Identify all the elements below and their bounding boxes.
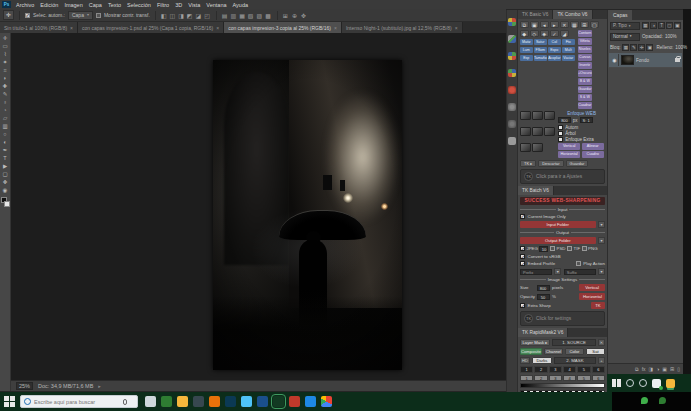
- embed-profile-checkbox[interactable]: [520, 261, 525, 266]
- current-image-only-checkbox[interactable]: [520, 214, 525, 219]
- tab-capas[interactable]: Capas: [608, 10, 632, 20]
- layer-visibility-eye-icon[interactable]: ◉: [611, 54, 619, 66]
- dock-panel-icon[interactable]: [508, 69, 516, 77]
- tk-file-icon[interactable]: ✕: [560, 21, 569, 28]
- tab-close-icon[interactable]: ×: [334, 25, 337, 31]
- web-orientation-button[interactable]: Alinear: [582, 143, 604, 150]
- tk-paint-icon[interactable]: ✓: [550, 30, 559, 37]
- tk-adjust-button[interactable]: Contorn: [578, 30, 592, 37]
- mask-preset-dark[interactable]: 3: [549, 366, 562, 373]
- tool-icon[interactable]: ▶: [3, 163, 7, 170]
- menu-item[interactable]: Ventana: [206, 2, 226, 8]
- tk-file-icon[interactable]: ⧉: [520, 21, 529, 28]
- extra-sharp-checkbox[interactable]: [520, 303, 525, 308]
- document-tab[interactable]: con capas impresion-1.psd al 25% (Capa 1…: [78, 22, 224, 33]
- mask-preset-dark[interactable]: 4: [563, 366, 576, 373]
- web-orientation-button[interactable]: Vertical: [558, 143, 580, 150]
- layer-filter-icon[interactable]: ▣: [674, 22, 681, 29]
- tool-icon[interactable]: ⌗: [3, 67, 6, 74]
- source-button[interactable]: Sat: [586, 348, 605, 355]
- mask-preset-light[interactable]: 1: [520, 375, 533, 382]
- source-button[interactable]: Composite: [520, 348, 542, 355]
- tk-action-button[interactable]: Fto: [562, 39, 575, 46]
- dock-panel-icon[interactable]: [508, 35, 516, 43]
- lock-option-icon[interactable]: ▦: [622, 44, 629, 51]
- tray-icon[interactable]: [626, 379, 634, 387]
- tk-thumbnail[interactable]: [532, 111, 543, 120]
- distribute-icon[interactable]: ▥: [231, 12, 238, 19]
- tk-footer-button[interactable]: TK ▸: [520, 160, 536, 167]
- tk-adjust-button[interactable]: S & W: [578, 94, 592, 101]
- mask-preset-light[interactable]: 3: [549, 375, 562, 382]
- tray-icon[interactable]: [612, 379, 621, 388]
- source-button[interactable]: Channel: [544, 348, 563, 355]
- distribute-icon[interactable]: ▧: [248, 12, 255, 19]
- menu-item[interactable]: Selección: [127, 2, 151, 8]
- tk-file-icon[interactable]: ▣: [530, 21, 539, 28]
- tool-icon[interactable]: ◗: [3, 75, 6, 82]
- tk-action-button[interactable]: Vaciar: [562, 55, 575, 62]
- move-tool-icon[interactable]: ✛: [3, 10, 14, 20]
- tool-icon[interactable]: ▢: [2, 171, 7, 178]
- tool-icon[interactable]: ✛: [3, 35, 8, 42]
- taskbar-app-icon[interactable]: [289, 396, 300, 407]
- jpeg-quality-field[interactable]: 10: [539, 246, 548, 253]
- tk-action-button[interactable]: Matiz: [520, 39, 533, 46]
- opacity-field[interactable]: 50: [537, 294, 550, 300]
- tool-icon[interactable]: ✦: [3, 59, 8, 66]
- suffix-toggle[interactable]: ▾: [598, 268, 605, 275]
- show-transform-checkbox[interactable]: [96, 13, 101, 18]
- taskbar-app-icon[interactable]: [257, 396, 268, 407]
- menu-item[interactable]: Filtro: [157, 2, 169, 8]
- mask-preset-dark[interactable]: 5: [577, 366, 590, 373]
- tk-adjust-button[interactable]: Viñeta: [578, 38, 592, 45]
- layers-footer-icon[interactable]: ⊞: [670, 366, 674, 372]
- align-icon[interactable]: ◪: [195, 12, 202, 19]
- taskbar-app-icon[interactable]: [225, 396, 236, 407]
- taskbar-app-icon[interactable]: [177, 396, 188, 407]
- tk-adjust-button[interactable]: Cuadrar: [578, 102, 592, 109]
- tk-paint-icon[interactable]: ◇: [530, 30, 539, 37]
- tk-adjust-button[interactable]: B & W: [578, 78, 592, 85]
- tk-thumbnail[interactable]: [544, 127, 555, 136]
- web-checkbox[interactable]: [558, 125, 563, 130]
- tk-paint-icon[interactable]: ◢: [560, 30, 569, 37]
- tk-action-button[interactable]: Lum: [520, 47, 533, 54]
- size-field[interactable]: 800: [537, 285, 550, 291]
- lock-option-icon[interactable]: ✛: [638, 44, 645, 51]
- taskbar-app-icon[interactable]: [321, 396, 332, 407]
- tk-file-icon[interactable]: ▢: [590, 21, 599, 28]
- tk-action-button[interactable]: Exp Img: [520, 55, 533, 62]
- opacity-value[interactable]: 100%: [665, 34, 677, 39]
- layers-footer-icon[interactable]: ⧉: [635, 366, 639, 373]
- darks-button[interactable]: Darks: [532, 357, 552, 364]
- lock-option-icon[interactable]: ✎: [630, 44, 637, 51]
- lock-option-icon[interactable]: ▣: [646, 44, 653, 51]
- web-checkbox[interactable]: [558, 137, 563, 142]
- hd-toggle[interactable]: HD: [520, 357, 530, 364]
- tk-file-icon[interactable]: ▦: [570, 21, 579, 28]
- sprout-icon-2[interactable]: [659, 397, 666, 404]
- tk-file-icon[interactable]: ▸: [550, 21, 559, 28]
- document-tab[interactable]: Intenso Night-1 (subtitulo).jpg al 12,5%…: [342, 22, 463, 33]
- document-tab[interactable]: Sin título-1 al 100% (RGB/8) ×: [0, 22, 78, 33]
- options-extra-icon[interactable]: ⊕: [292, 12, 298, 19]
- tk-paint-icon[interactable]: ◆: [520, 30, 529, 37]
- tk-action-button[interactable]: Mult: [562, 47, 575, 54]
- tk-thumbnail[interactable]: [520, 127, 531, 136]
- background-color-swatch[interactable]: [4, 201, 10, 207]
- blend-mode-dropdown[interactable]: Normal ▾: [610, 33, 640, 41]
- tool-icon[interactable]: ◐: [3, 139, 6, 146]
- layer-name[interactable]: Fondo: [636, 58, 649, 63]
- prefix-field[interactable]: Prefix: [520, 269, 552, 275]
- microphone-icon[interactable]: [123, 399, 127, 405]
- vertical-button[interactable]: Vertical: [579, 284, 605, 291]
- layer-filter-dropdown[interactable]: P. Tipo ▾: [610, 22, 640, 30]
- tab-close-icon[interactable]: ×: [216, 25, 219, 31]
- menu-item[interactable]: Vista: [188, 2, 200, 8]
- color-swatches[interactable]: [1, 197, 10, 207]
- menu-item[interactable]: Capa: [89, 2, 102, 8]
- tool-icon[interactable]: ✥: [3, 179, 8, 186]
- tk-adjust-button[interactable]: Niveles: [578, 46, 592, 53]
- tk-footer-button[interactable]: Descartar: [538, 160, 563, 167]
